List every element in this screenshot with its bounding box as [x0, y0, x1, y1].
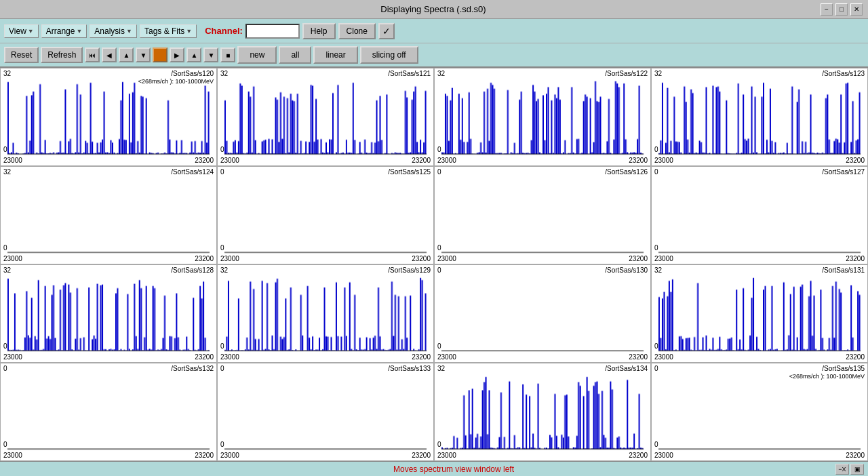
step-forward-button[interactable]: ▶	[170, 47, 184, 62]
view-arrow-icon: ▼	[28, 28, 34, 35]
spectrum-canvas-s134	[435, 363, 650, 460]
spectrum-panel-s127[interactable]: /SortSas/s127002300023200	[651, 166, 868, 264]
spectrum-title-s121: /SortSas/s121	[388, 70, 431, 77]
spectrum-ymax-s120: 32	[3, 70, 11, 77]
spectrum-xmax-s133: 23200	[412, 452, 431, 459]
skip-start-button[interactable]: ⏮	[85, 47, 100, 62]
spectrum-panel-s135[interactable]: /SortSas/s135002300023200<268ms/ch ): 10…	[651, 363, 868, 461]
spectrum-xmax-s126: 23200	[629, 255, 648, 262]
spectrum-xmax-s134: 23200	[629, 452, 648, 459]
spectrum-panel-s129[interactable]: /SortSas/s1293202300023200	[217, 264, 434, 363]
slicing-button[interactable]: slicing off	[360, 46, 418, 64]
expand-button[interactable]: ▣	[850, 464, 864, 475]
spectrum-title-s122: /SortSas/s122	[605, 70, 648, 77]
spectrum-xmin-s130: 23000	[437, 353, 456, 361]
fast-back-button[interactable]: ▲	[119, 47, 134, 62]
spectrum-panel-s125[interactable]: /SortSas/s125002300023200	[217, 166, 434, 264]
spectrum-xmax-s123: 23200	[846, 157, 865, 164]
spectrum-panel-s123[interactable]: /SortSas/s1233202300023200	[651, 68, 868, 166]
spectrum-xmax-s129: 23200	[412, 353, 431, 361]
new-button[interactable]: new	[237, 46, 277, 64]
channel-label: Channel:	[205, 26, 243, 36]
fast-forward-button[interactable]: ▼	[136, 47, 151, 62]
channel-input[interactable]	[245, 24, 300, 39]
tags-fits-arrow-icon: ▼	[186, 28, 192, 35]
spectrum-xmin-s133: 23000	[220, 452, 239, 459]
maximize-button[interactable]: □	[835, 3, 848, 16]
spectrum-ymin-s132: 0	[3, 441, 7, 448]
spectrum-title-s126: /SortSas/s126	[605, 168, 648, 176]
spectrum-canvas-s122	[435, 68, 650, 165]
spectrum-panel-s126[interactable]: /SortSas/s126002300023200	[434, 166, 651, 264]
orange-button[interactable]	[153, 47, 167, 62]
spectrum-ymin-s124: 0	[3, 244, 7, 252]
menu-arrange[interactable]: Arrange ▼	[41, 24, 87, 38]
spectrum-canvas-s131	[652, 265, 867, 362]
status-text: Moves spectrum view window left	[72, 464, 835, 474]
window-title: Displaying Spectra (.sd.s0)	[46, 4, 821, 14]
spectrum-title-s128: /SortSas/s128	[171, 266, 214, 274]
check-button[interactable]: ✓	[378, 23, 395, 39]
spectrum-panel-s130[interactable]: /SortSas/s130002300023200	[434, 264, 651, 363]
spectrum-title-s124: /SortSas/s124	[171, 168, 214, 176]
menu-view[interactable]: View ▼	[4, 24, 39, 38]
spectrum-title-s129: /SortSas/s129	[388, 266, 431, 274]
spectrum-ymax-s125: 0	[220, 168, 224, 176]
linear-button[interactable]: linear	[313, 46, 357, 64]
spectrum-xmin-s131: 23000	[654, 353, 673, 361]
close-button[interactable]: ✕	[850, 3, 863, 16]
minus-x-button[interactable]: −X	[835, 464, 849, 475]
spectrum-xmax-s124: 23200	[195, 255, 214, 262]
spectrum-title-s130: /SortSas/s130	[605, 266, 648, 274]
spectrum-panel-s133[interactable]: /SortSas/s133002300023200	[217, 363, 434, 461]
spectrum-ymin-s133: 0	[220, 441, 224, 448]
spectrum-title-s127: /SortSas/s127	[822, 168, 865, 176]
all-button[interactable]: all	[279, 46, 311, 64]
spectrum-title-s120: /SortSas/s120	[171, 70, 214, 77]
spectrum-panel-s122[interactable]: /SortSas/s1223202300023200	[434, 68, 651, 166]
spectrum-ymax-s122: 32	[437, 70, 445, 77]
spectrum-ymax-s126: 0	[437, 168, 441, 176]
spectrum-ymax-s129: 32	[220, 266, 228, 274]
spectrum-panel-s128[interactable]: /SortSas/s1283202300023200	[0, 264, 217, 363]
up-button[interactable]: ▲	[186, 47, 201, 62]
spectrum-ymax-s130: 0	[437, 266, 441, 274]
spectrum-panel-s120[interactable]: /SortSas/s1203202300023200<268ms/ch ): 1…	[0, 68, 217, 166]
spectrum-panel-s134[interactable]: /SortSas/s1343202300023200	[434, 363, 651, 461]
spectrum-panel-s121[interactable]: /SortSas/s1213202300023200	[217, 68, 434, 166]
spectrum-xmin-s129: 23000	[220, 353, 239, 361]
menu-tags-fits[interactable]: Tags & Fits ▼	[140, 24, 197, 38]
spectrum-xmin-s135: 23000	[654, 452, 673, 459]
down-button[interactable]: ▼	[203, 47, 218, 62]
spectrum-subtitle-s135: <268ms/ch ): 100-1000MeV	[789, 373, 865, 380]
spectrum-title-s123: /SortSas/s123	[822, 70, 865, 77]
square-button[interactable]: ■	[220, 47, 235, 62]
spectrum-xmin-s132: 23000	[3, 452, 22, 459]
spectrum-xmax-s132: 23200	[195, 452, 214, 459]
toolbar: Reset Refresh ⏮ ◀ ▲ ▼ ▶ ▲ ▼ ■ new all li…	[0, 43, 868, 68]
spectrum-panel-s131[interactable]: /SortSas/s1313202300023200	[651, 264, 868, 363]
spectrum-xmax-s127: 23200	[846, 255, 865, 262]
menu-analysis[interactable]: Analysis ▼	[90, 24, 137, 38]
clone-button[interactable]: Clone	[338, 23, 376, 39]
checkmark-icon: ✓	[382, 26, 391, 37]
spectrum-ymax-s135: 0	[654, 365, 658, 372]
spectrum-xmin-s134: 23000	[437, 452, 456, 459]
spectrum-panel-s132[interactable]: /SortSas/s132002300023200	[0, 363, 217, 461]
minimize-button[interactable]: −	[821, 3, 833, 16]
spectrum-ymax-s128: 32	[3, 266, 11, 274]
refresh-button[interactable]: Refresh	[41, 47, 83, 63]
spectrum-canvas-s124	[1, 167, 216, 264]
spectrum-ymax-s123: 32	[654, 70, 662, 77]
spectrum-title-s125: /SortSas/s125	[388, 168, 431, 176]
spectrum-canvas-s125	[218, 167, 433, 264]
reset-button[interactable]: Reset	[4, 47, 39, 63]
spectrum-ymax-s132: 0	[3, 365, 7, 372]
spectrum-ymax-s133: 0	[220, 365, 224, 372]
step-back-button[interactable]: ◀	[102, 47, 117, 62]
help-button[interactable]: Help	[302, 23, 336, 39]
spectrum-xmax-s122: 23200	[629, 157, 648, 164]
spectrum-xmin-s124: 23000	[3, 255, 22, 262]
spectrum-panel-s124[interactable]: /SortSas/s1243202300023200	[0, 166, 217, 264]
menu-bar: View ▼ Arrange ▼ Analysis ▼ Tags & Fits …	[0, 19, 868, 43]
